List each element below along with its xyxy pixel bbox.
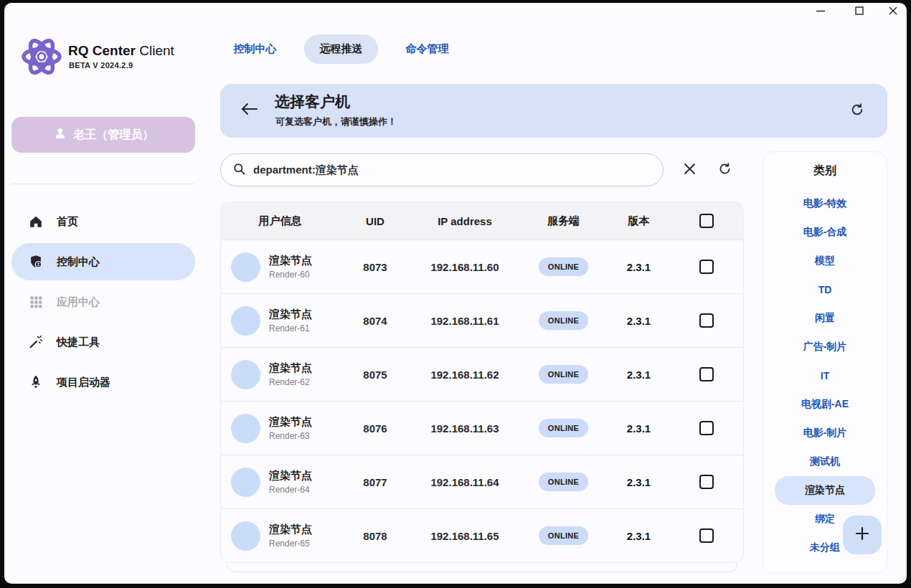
row-checkbox[interactable]	[699, 528, 714, 543]
row-checkbox[interactable]	[699, 260, 714, 274]
app-window: RQ Center Client BETA V 2024.2.9 老王（管理员）…	[4, 3, 907, 584]
user-icon	[53, 126, 67, 143]
col-header-ip: IP address	[411, 215, 519, 227]
table-row[interactable]: 渲染节点 Render-60 8073 192.168.11.60 ONLINE…	[221, 240, 743, 293]
table-row[interactable]: 渲染节点 Render-63 8076 192.168.11.63 ONLINE…	[221, 401, 743, 455]
maximize-icon	[854, 6, 864, 19]
client-name: 渲染节点	[269, 469, 312, 483]
client-ip: 192.168.11.65	[411, 530, 519, 542]
row-checkbox[interactable]	[699, 421, 714, 435]
client-ip: 192.168.11.60	[411, 261, 519, 273]
row-checkbox[interactable]	[699, 313, 714, 328]
client-hostname: Render-63	[269, 431, 312, 441]
client-avatar	[231, 306, 260, 336]
sidebar-item-control-center[interactable]: 控制中心	[11, 243, 195, 280]
minimize-button[interactable]	[808, 3, 834, 22]
app-version: BETA V 2024.2.9	[69, 61, 133, 70]
page-title: 选择客户机	[275, 92, 350, 112]
client-uid: 8077	[339, 476, 411, 488]
page-subtitle: 可复选客户机，请谨慎操作！	[275, 115, 397, 128]
category-item[interactable]: IT	[775, 361, 875, 390]
app-title: RQ Center Client	[68, 43, 174, 59]
category-item[interactable]: 测试机	[775, 447, 875, 476]
category-panel-title: 类别	[763, 163, 887, 181]
table-header-row: 用户信息 UID IP address 服务端 版本	[221, 202, 743, 240]
client-uid: 8075	[339, 369, 411, 381]
client-ip: 192.168.11.61	[411, 315, 519, 327]
tab-label: 远程推送	[320, 42, 363, 56]
row-checkbox[interactable]	[699, 475, 714, 489]
refresh-icon	[717, 161, 732, 179]
app-logo-atom-icon	[19, 33, 64, 83]
client-hostname: Render-64	[269, 485, 312, 495]
table-row[interactable]: 渲染节点 Render-65 8078 192.168.11.65 ONLINE…	[221, 508, 743, 562]
table-row[interactable]: 渲染节点 Render-62 8075 192.168.11.62 ONLINE…	[221, 347, 743, 401]
category-item[interactable]: 闲置	[775, 304, 875, 333]
next-row-cutoff	[227, 563, 737, 572]
select-all-checkbox[interactable]	[699, 214, 714, 228]
app-title-light: Client	[136, 43, 174, 58]
sidebar-item-label: 首页	[57, 215, 78, 229]
category-item[interactable]: 电视剧-AE	[775, 390, 875, 419]
sidebar-item-app-center[interactable]: 应用中心	[11, 283, 195, 321]
client-version: 2.3.1	[608, 476, 669, 488]
apps-grid-icon	[27, 293, 44, 310]
category-item[interactable]: 模型	[775, 247, 875, 275]
user-badge[interactable]: 老王（管理员）	[11, 117, 195, 153]
tab-remote-push[interactable]: 远程推送	[304, 34, 378, 64]
client-uid: 8076	[339, 422, 411, 435]
client-hostname: Render-62	[269, 377, 312, 387]
close-icon	[888, 6, 898, 19]
client-table: 用户信息 UID IP address 服务端 版本 渲染节点 Render-6…	[220, 201, 744, 563]
clear-x-icon	[684, 163, 696, 178]
sidebar-item-quick-tools[interactable]: 快捷工具	[11, 323, 195, 361]
category-item[interactable]: 电影-合成	[775, 218, 875, 247]
close-button[interactable]	[880, 3, 906, 22]
add-button[interactable]	[843, 516, 882, 554]
col-header-user: 用户信息	[221, 214, 339, 228]
sidebar-item-label: 快捷工具	[57, 336, 100, 349]
back-button[interactable]	[237, 99, 263, 122]
refresh-icon	[849, 102, 865, 120]
tab-command-manage[interactable]: 命令管理	[400, 34, 454, 64]
client-hostname: Render-61	[269, 323, 312, 333]
category-item[interactable]: 渲染节点	[775, 476, 875, 505]
table-body: 渲染节点 Render-60 8073 192.168.11.60 ONLINE…	[221, 240, 743, 562]
tab-control-center[interactable]: 控制中心	[228, 34, 282, 64]
col-header-uid: UID	[339, 215, 411, 227]
category-item[interactable]: 电影-特效	[775, 189, 875, 218]
col-header-server: 服务端	[519, 214, 608, 228]
client-version: 2.3.1	[608, 261, 669, 273]
status-badge: ONLINE	[539, 473, 588, 491]
client-uid: 8074	[339, 315, 411, 327]
banner-refresh-button[interactable]	[846, 100, 868, 122]
app-title-bold: RQ Center	[68, 43, 136, 58]
minimize-icon	[816, 6, 826, 19]
sidebar-item-project-launcher[interactable]: 项目启动器	[11, 364, 195, 401]
search-refresh-button[interactable]	[714, 159, 735, 181]
row-checkbox[interactable]	[699, 367, 714, 381]
user-name: 老王（管理员）	[74, 128, 154, 143]
sidebar-item-home[interactable]: 首页	[11, 203, 195, 240]
status-badge: ONLINE	[539, 526, 588, 545]
tab-label: 控制中心	[234, 42, 277, 56]
magic-wand-icon	[27, 333, 44, 351]
search-icon	[232, 162, 246, 179]
table-row[interactable]: 渲染节点 Render-61 8074 192.168.11.61 ONLINE…	[221, 293, 743, 347]
client-ip: 192.168.11.62	[411, 369, 519, 381]
category-item[interactable]: TD	[775, 275, 875, 304]
maximize-button[interactable]	[846, 3, 872, 22]
category-item[interactable]: 广告-制片	[775, 333, 875, 361]
client-version: 2.3.1	[608, 369, 669, 381]
search-clear-button[interactable]	[679, 159, 700, 181]
sidebar-item-label: 应用中心	[57, 295, 100, 309]
status-badge: ONLINE	[539, 311, 588, 330]
client-ip: 192.168.11.64	[411, 476, 519, 488]
client-uid: 8073	[339, 261, 411, 273]
client-ip: 192.168.11.63	[411, 422, 519, 435]
status-badge: ONLINE	[539, 365, 588, 384]
search-input[interactable]	[253, 164, 651, 176]
category-item[interactable]: 电影-制片	[775, 419, 875, 447]
table-row[interactable]: 渲染节点 Render-64 8077 192.168.11.64 ONLINE…	[221, 455, 743, 508]
client-name: 渲染节点	[269, 361, 312, 375]
